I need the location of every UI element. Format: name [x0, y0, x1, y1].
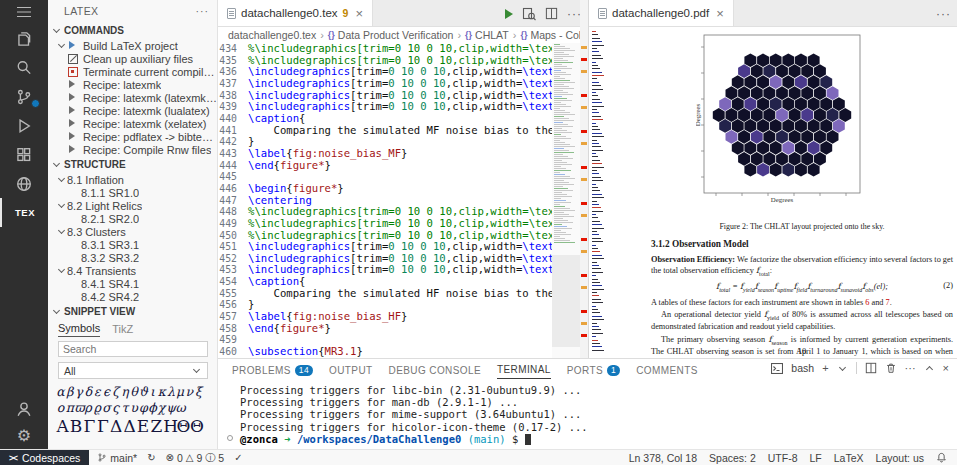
- extensions-button[interactable]: [0, 140, 48, 169]
- symbol-Δ[interactable]: Δ: [110, 416, 123, 436]
- symbol-γ[interactable]: γ: [74, 384, 83, 399]
- symbol-category-select[interactable]: All: [58, 362, 208, 379]
- remote-indicator[interactable]: >< Codespaces: [0, 450, 89, 465]
- split-editor-button[interactable]: [545, 7, 558, 20]
- latex-workshop-button[interactable]: TEX: [0, 198, 48, 227]
- code-line-455[interactable]: 455 Comparing the simulated HF noise bia…: [218, 288, 552, 300]
- structure-item-8-4-transients[interactable]: 8.4 Transients: [48, 264, 217, 277]
- symbol-σ[interactable]: σ: [102, 400, 111, 415]
- terminal-content[interactable]: Processing triggers for libc-bin (2.31-0…: [228, 384, 953, 449]
- symbol-Η[interactable]: Η: [163, 416, 176, 436]
- snippet-view-section-header[interactable]: SNIPPET VIEW: [48, 303, 217, 320]
- command-recipe-latexmk-latexmkrc[interactable]: Recipe: latexmk (latexmkrc): [48, 91, 217, 104]
- shell-label[interactable]: bash: [791, 362, 814, 374]
- run-debug-button[interactable]: [0, 111, 48, 140]
- search-button[interactable]: [0, 53, 48, 82]
- code-line-460[interactable]: 460\subsection{MR3.1}: [218, 346, 552, 358]
- new-terminal-button[interactable]: +: [822, 362, 828, 374]
- overview-ruler[interactable]: [580, 0, 588, 358]
- view-latex-pdf-button[interactable]: [522, 7, 536, 21]
- symbol-Θ[interactable]: Θ: [177, 416, 190, 436]
- status-spaces[interactable]: Spaces: 2: [709, 452, 756, 464]
- symbol-ξ[interactable]: ξ: [194, 384, 203, 399]
- command-recipe-latexmk[interactable]: Recipe: latexmk: [48, 78, 217, 91]
- symbol-ψ[interactable]: ψ: [166, 400, 175, 415]
- structure-item-8-2-1-sr2-0[interactable]: 8.2.1 SR2.0: [48, 212, 217, 225]
- tab-datachallenge0-pdf[interactable]: datachallenge0.pdf ×: [589, 0, 734, 26]
- symbol-Θ[interactable]: Θ: [190, 416, 203, 436]
- status-lf[interactable]: LF: [810, 452, 822, 464]
- panel-tab-output[interactable]: OUTPUT: [329, 359, 373, 381]
- symbol-ε[interactable]: ε: [93, 384, 102, 399]
- symbol-Ζ[interactable]: Ζ: [150, 416, 163, 436]
- menu-button[interactable]: [0, 0, 48, 24]
- symbol-ω[interactable]: ω: [175, 400, 184, 415]
- breadcrumb-item[interactable]: datachallenge0.tex: [228, 29, 316, 41]
- pdf-page[interactable]: Degrees Degrees Figure 2: The CHLAT layo…: [605, 27, 957, 358]
- status-ln-378[interactable]: Ln 378, Col 18: [629, 452, 697, 464]
- close-panel-button[interactable]: ×: [943, 362, 949, 374]
- structure-item-8-4-2-sr4-2[interactable]: 8.4.2 SR4.2: [48, 290, 217, 303]
- close-tab-icon[interactable]: ×: [355, 6, 363, 21]
- account-button[interactable]: [0, 394, 48, 423]
- symbol-ς[interactable]: ς: [111, 400, 120, 415]
- command-recipe-pdflatex-bibtex-pdflate[interactable]: Recipe: pdflatex -> bibtex -> pdflate...: [48, 130, 217, 143]
- symbol-ρ[interactable]: ρ: [84, 400, 93, 415]
- structure-item-8-1-1-sr1-0[interactable]: 8.1.1 SR1.0: [48, 186, 217, 199]
- tab-tikz[interactable]: TikZ: [112, 323, 133, 337]
- command-recipe-latexmk-xelatex[interactable]: Recipe: latexmk (xelatex): [48, 117, 217, 130]
- panel-tab-ports[interactable]: PORTS1: [567, 359, 620, 381]
- terminal-prompt[interactable]: @zonca ➜ /workspaces/DataChallenge0 (mai…: [228, 433, 953, 445]
- command-build-latex-project[interactable]: Build LaTeX project: [48, 39, 217, 52]
- code-line-441[interactable]: 441 Comparing the simulated MF noise bia…: [218, 125, 552, 137]
- symbol-Γ[interactable]: Γ: [96, 416, 109, 436]
- symbol-τ[interactable]: τ: [120, 400, 129, 415]
- structure-item-8-4-1-sr4-1[interactable]: 8.4.1 SR4.1: [48, 277, 217, 290]
- symbol-η[interactable]: η: [120, 384, 129, 399]
- symbol-α[interactable]: α: [56, 384, 65, 399]
- symbol-π[interactable]: π: [65, 400, 74, 415]
- sidebar-more-actions-icon[interactable]: ···: [196, 5, 210, 17]
- symbol-υ[interactable]: υ: [130, 400, 139, 415]
- close-tab-icon[interactable]: ×: [716, 6, 724, 21]
- structure-item-8-1-inflation[interactable]: 8.1 Inflation: [48, 173, 217, 186]
- tab-symbols[interactable]: Symbols: [58, 322, 100, 337]
- more-actions-icon[interactable]: ···: [905, 362, 916, 374]
- breadcrumb-item[interactable]: {}CHLAT: [465, 29, 509, 41]
- structure-item-8-2-light-relics[interactable]: 8.2 Light Relics: [48, 199, 217, 212]
- split-terminal-button[interactable]: [865, 362, 877, 374]
- structure-section-header[interactable]: STRUCTURE: [48, 156, 217, 173]
- maximize-panel-button[interactable]: [924, 363, 935, 374]
- symbol-ϕ[interactable]: ϕ: [148, 400, 157, 415]
- symbol-Δ[interactable]: Δ: [123, 416, 136, 436]
- symbol-ϖ[interactable]: ϖ: [74, 400, 83, 415]
- command-recipe-compile-rnw-files[interactable]: Recipe: Compile Rnw files: [48, 143, 217, 156]
- explorer-button[interactable]: [0, 24, 48, 53]
- status-latex[interactable]: LaTeX: [834, 452, 864, 464]
- symbol-Β[interactable]: Β: [69, 416, 82, 436]
- remote-explorer-button[interactable]: [0, 169, 48, 198]
- notifications-button[interactable]: [936, 452, 947, 463]
- status-layout[interactable]: Layout: us: [876, 452, 924, 464]
- symbol-κ[interactable]: κ: [157, 384, 166, 399]
- sync-changes-button[interactable]: ↻: [147, 452, 155, 463]
- more-actions-icon[interactable]: ···: [936, 7, 951, 21]
- terminal-profile-dropdown[interactable]: [837, 365, 848, 372]
- command-recipe-latexmk-lualatex[interactable]: Recipe: latexmk (lualatex): [48, 104, 217, 117]
- commands-section-header[interactable]: COMMANDS: [48, 22, 217, 39]
- structure-item-8-3-1-sr3-1[interactable]: 8.3.1 SR3.1: [48, 238, 217, 251]
- settings-button[interactable]: ⚙: [0, 423, 48, 449]
- minimap[interactable]: [552, 43, 580, 358]
- code-line-458[interactable]: 458\end{figure*}: [218, 323, 552, 335]
- git-branch-indicator[interactable]: main*: [97, 452, 137, 464]
- snippet-search-input[interactable]: [58, 341, 208, 357]
- build-latex-button[interactable]: [505, 9, 513, 19]
- panel-tab-terminal[interactable]: TERMINAL: [497, 359, 551, 381]
- minimap-slider[interactable]: [552, 255, 580, 347]
- breadcrumb-item[interactable]: {}Maps - Colin, Reijo, Andrea...: [520, 29, 588, 41]
- structure-item-8-3-2-sr3-2[interactable]: 8.3.2 SR3.2: [48, 251, 217, 264]
- symbol-Γ[interactable]: Γ: [83, 416, 96, 436]
- symbol-χ[interactable]: χ: [157, 400, 166, 415]
- latex-status-check[interactable]: ✓: [234, 452, 242, 463]
- symbol-ι[interactable]: ι: [148, 384, 157, 399]
